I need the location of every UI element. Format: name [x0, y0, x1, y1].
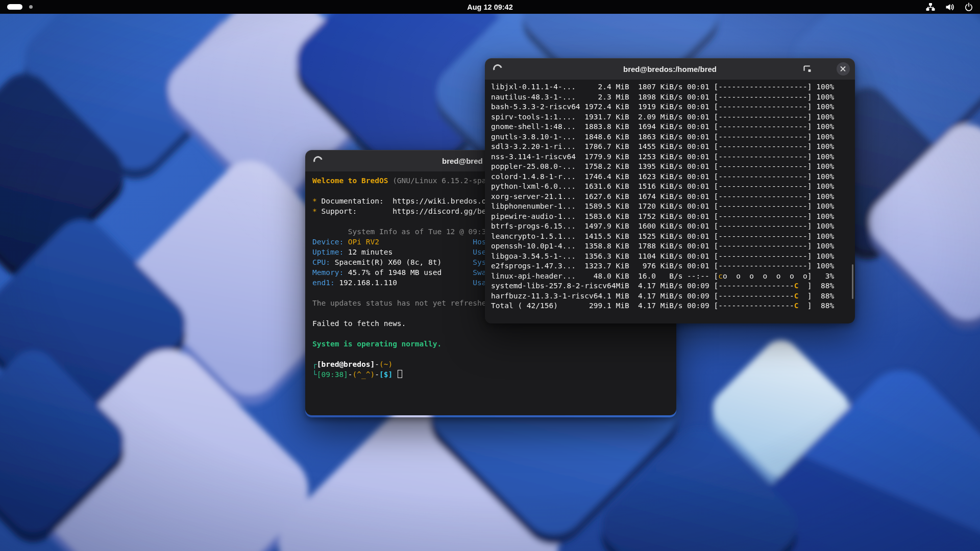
download-progress-row: libgoa-3.54.5-1-... 1356.3 KiB 1104 KiB/…	[491, 252, 855, 262]
background-terminal-title: bred@bred	[442, 150, 483, 171]
download-progress-row: libjxl-0.11.1-4-... 2.4 MiB 1807 KiB/s 0…	[491, 82, 855, 92]
desktop: Aug 12 09:42	[0, 0, 980, 551]
spinner-icon	[492, 63, 504, 75]
clock[interactable]: Aug 12 09:42	[467, 0, 512, 14]
terminal-window-foreground: bred@bredos:/home/bred libjxl-0.11.1-4-.…	[485, 58, 855, 323]
download-progress-row: gnome-shell-1:48... 1883.8 KiB 1694 KiB/…	[491, 122, 855, 132]
terminal-line	[312, 349, 676, 359]
top-bar: Aug 12 09:42	[0, 0, 980, 14]
tab-overview-icon[interactable]	[803, 65, 812, 73]
download-progress-row: e2fsprogs-1.47.3... 1323.7 KiB 976 KiB/s…	[491, 261, 855, 271]
download-progress-row: gnutls-3.8.10-1-... 1848.6 KiB 1863 KiB/…	[491, 132, 855, 142]
download-progress-row: spirv-tools-1:1.... 1931.7 KiB 2.09 MiB/…	[491, 112, 855, 122]
foreground-terminal-body[interactable]: libjxl-0.11.1-4-... 2.4 MiB 1807 KiB/s 0…	[485, 80, 855, 323]
download-progress-row: harfbuzz-11.3.3-1-riscv64.1 MiB 4.17 MiB…	[491, 291, 855, 302]
foreground-terminal-titlebar[interactable]: bred@bredos:/home/bred	[485, 58, 855, 80]
terminal-line: ┌[bred@bredos]-(~)	[312, 359, 676, 369]
menu-icon[interactable]	[820, 66, 828, 71]
volume-icon[interactable]	[945, 3, 954, 11]
workspace-active-pill[interactable]	[7, 4, 22, 10]
download-progress-row: pipewire-audio-1... 1583.6 KiB 1752 KiB/…	[491, 212, 855, 222]
terminal-line: └[09:38]-(^_^)-[$]	[312, 369, 676, 380]
download-progress-row: btrfs-progs-6.15... 1497.9 KiB 1600 KiB/…	[491, 221, 855, 232]
download-progress-row: leancrypto-1.5.1... 1415.5 KiB 1525 KiB/…	[491, 232, 855, 242]
terminal-line: System is operating normally.	[312, 339, 676, 349]
workspace-indicator	[7, 4, 33, 10]
download-progress-row: bash-5.3.3-2-riscv64 1972.4 KiB 1919 KiB…	[491, 102, 855, 112]
close-icon[interactable]	[837, 62, 850, 76]
network-wired-icon[interactable]	[926, 3, 935, 11]
download-progress-row: poppler-25.08.0-... 1758.2 KiB 1395 KiB/…	[491, 162, 855, 172]
download-progress-row: systemd-libs-257.8-2-riscv64MiB 4.17 MiB…	[491, 281, 855, 291]
download-progress-row: libphonenumber-1... 1589.5 KiB 1720 KiB/…	[491, 202, 855, 212]
terminal-cursor	[398, 370, 402, 378]
scrollbar-thumb[interactable]	[852, 264, 853, 299]
foreground-terminal-title: bred@bredos:/home/bred	[485, 58, 855, 80]
download-progress-row: Total ( 42/156) 299.1 MiB 4.17 MiB/s 00:…	[491, 301, 855, 311]
download-progress-row: openssh-10.0p1-4... 1358.8 KiB 1788 KiB/…	[491, 241, 855, 252]
download-progress-row: xorg-server-21.1... 1627.6 KiB 1674 KiB/…	[491, 192, 855, 202]
download-progress-row: nss-3.114-1-riscv64 1779.9 KiB 1253 KiB/…	[491, 152, 855, 162]
spinner-icon	[312, 155, 324, 167]
terminal-line	[312, 329, 676, 339]
power-icon[interactable]	[965, 3, 973, 11]
workspace-dot[interactable]	[29, 5, 33, 9]
download-progress-row: colord-1.4.8-1-r... 1746.4 KiB 1623 KiB/…	[491, 172, 855, 182]
window-controls	[803, 58, 850, 80]
download-progress-row: linux-api-header... 48.0 KiB 16.0 B/s --…	[491, 271, 855, 282]
download-progress-row: nautilus-48.3-1-... 2.3 MiB 1898 KiB/s 0…	[491, 92, 855, 103]
system-status-icons	[926, 3, 973, 11]
download-progress-row: sdl3-3.2.20-1-ri... 1786.7 KiB 1455 KiB/…	[491, 142, 855, 152]
download-progress-row: python-lxml-6.0.... 1631.6 KiB 1516 KiB/…	[491, 182, 855, 192]
